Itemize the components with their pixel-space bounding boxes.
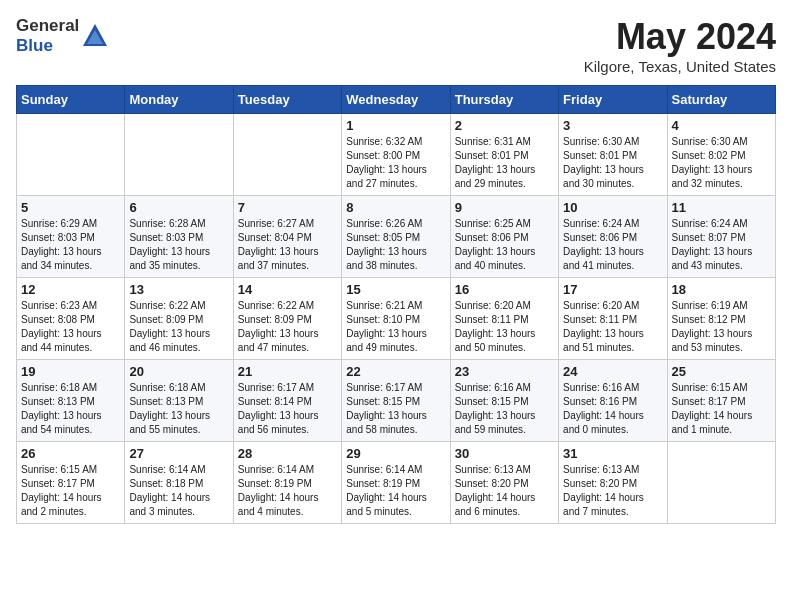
cell-content-line: Sunset: 8:12 PM xyxy=(672,313,771,327)
month-title: May 2024 xyxy=(584,16,776,58)
cell-content-line: Sunset: 8:06 PM xyxy=(455,231,554,245)
calendar-cell: 2Sunrise: 6:31 AMSunset: 8:01 PMDaylight… xyxy=(450,114,558,196)
cell-content-line: Sunrise: 6:20 AM xyxy=(563,299,662,313)
day-number: 7 xyxy=(238,200,337,215)
day-number: 26 xyxy=(21,446,120,461)
cell-content-line: and 1 minute. xyxy=(672,423,771,437)
cell-content-line: and 43 minutes. xyxy=(672,259,771,273)
cell-content-line: Sunrise: 6:20 AM xyxy=(455,299,554,313)
cell-content-line: Daylight: 13 hours xyxy=(563,327,662,341)
day-number: 21 xyxy=(238,364,337,379)
cell-content-line: and 53 minutes. xyxy=(672,341,771,355)
cell-content-line: Sunrise: 6:31 AM xyxy=(455,135,554,149)
cell-content-line: Sunset: 8:09 PM xyxy=(238,313,337,327)
calendar-cell: 18Sunrise: 6:19 AMSunset: 8:12 PMDayligh… xyxy=(667,278,775,360)
calendar-cell: 20Sunrise: 6:18 AMSunset: 8:13 PMDayligh… xyxy=(125,360,233,442)
calendar-cell xyxy=(667,442,775,524)
cell-content-line: Sunset: 8:04 PM xyxy=(238,231,337,245)
cell-content-line: Sunset: 8:09 PM xyxy=(129,313,228,327)
cell-content-line: and 55 minutes. xyxy=(129,423,228,437)
cell-content-line: Sunset: 8:01 PM xyxy=(455,149,554,163)
cell-content-line: Sunrise: 6:27 AM xyxy=(238,217,337,231)
cell-content-line: and 46 minutes. xyxy=(129,341,228,355)
day-number: 8 xyxy=(346,200,445,215)
cell-content-line: Sunset: 8:08 PM xyxy=(21,313,120,327)
cell-content-line: Daylight: 13 hours xyxy=(672,163,771,177)
cell-content-line: Sunset: 8:20 PM xyxy=(563,477,662,491)
cell-content-line: Sunrise: 6:13 AM xyxy=(455,463,554,477)
cell-content-line: Daylight: 14 hours xyxy=(563,409,662,423)
calendar-cell: 9Sunrise: 6:25 AMSunset: 8:06 PMDaylight… xyxy=(450,196,558,278)
cell-content-line: Daylight: 14 hours xyxy=(346,491,445,505)
cell-content-line: and 6 minutes. xyxy=(455,505,554,519)
calendar-cell: 16Sunrise: 6:20 AMSunset: 8:11 PMDayligh… xyxy=(450,278,558,360)
cell-content-line: Sunrise: 6:13 AM xyxy=(563,463,662,477)
calendar-cell: 11Sunrise: 6:24 AMSunset: 8:07 PMDayligh… xyxy=(667,196,775,278)
cell-content-line: and 56 minutes. xyxy=(238,423,337,437)
day-number: 2 xyxy=(455,118,554,133)
calendar-cell: 4Sunrise: 6:30 AMSunset: 8:02 PMDaylight… xyxy=(667,114,775,196)
title-block: May 2024 Kilgore, Texas, United States xyxy=(584,16,776,75)
cell-content-line: Daylight: 13 hours xyxy=(672,245,771,259)
calendar-cell: 3Sunrise: 6:30 AMSunset: 8:01 PMDaylight… xyxy=(559,114,667,196)
cell-content-line: Sunrise: 6:17 AM xyxy=(346,381,445,395)
calendar-cell: 24Sunrise: 6:16 AMSunset: 8:16 PMDayligh… xyxy=(559,360,667,442)
cell-content-line: Sunrise: 6:21 AM xyxy=(346,299,445,313)
cell-content-line: and 49 minutes. xyxy=(346,341,445,355)
cell-content-line: Sunset: 8:13 PM xyxy=(21,395,120,409)
calendar-cell: 30Sunrise: 6:13 AMSunset: 8:20 PMDayligh… xyxy=(450,442,558,524)
day-number: 11 xyxy=(672,200,771,215)
cell-content-line: Sunset: 8:01 PM xyxy=(563,149,662,163)
cell-content-line: Daylight: 14 hours xyxy=(455,491,554,505)
day-number: 29 xyxy=(346,446,445,461)
day-number: 6 xyxy=(129,200,228,215)
day-number: 28 xyxy=(238,446,337,461)
cell-content-line: and 30 minutes. xyxy=(563,177,662,191)
cell-content-line: Daylight: 13 hours xyxy=(346,409,445,423)
cell-content-line: and 59 minutes. xyxy=(455,423,554,437)
cell-content-line: Sunrise: 6:30 AM xyxy=(563,135,662,149)
cell-content-line: Sunset: 8:16 PM xyxy=(563,395,662,409)
cell-content-line: Sunset: 8:19 PM xyxy=(238,477,337,491)
day-number: 18 xyxy=(672,282,771,297)
cell-content-line: Sunset: 8:15 PM xyxy=(346,395,445,409)
weekday-header-wednesday: Wednesday xyxy=(342,86,450,114)
calendar-cell xyxy=(125,114,233,196)
weekday-header-sunday: Sunday xyxy=(17,86,125,114)
day-number: 30 xyxy=(455,446,554,461)
cell-content-line: and 54 minutes. xyxy=(21,423,120,437)
day-number: 19 xyxy=(21,364,120,379)
cell-content-line: and 40 minutes. xyxy=(455,259,554,273)
cell-content-line: Sunset: 8:02 PM xyxy=(672,149,771,163)
calendar-cell: 28Sunrise: 6:14 AMSunset: 8:19 PMDayligh… xyxy=(233,442,341,524)
calendar-cell: 1Sunrise: 6:32 AMSunset: 8:00 PMDaylight… xyxy=(342,114,450,196)
logo-general: General xyxy=(16,16,79,36)
day-number: 10 xyxy=(563,200,662,215)
weekday-header-friday: Friday xyxy=(559,86,667,114)
cell-content-line: Daylight: 13 hours xyxy=(455,409,554,423)
day-number: 15 xyxy=(346,282,445,297)
cell-content-line: Sunrise: 6:17 AM xyxy=(238,381,337,395)
cell-content-line: Sunset: 8:20 PM xyxy=(455,477,554,491)
calendar-cell: 6Sunrise: 6:28 AMSunset: 8:03 PMDaylight… xyxy=(125,196,233,278)
cell-content-line: Sunrise: 6:22 AM xyxy=(129,299,228,313)
cell-content-line: Daylight: 14 hours xyxy=(129,491,228,505)
calendar-cell xyxy=(17,114,125,196)
cell-content-line: Sunset: 8:15 PM xyxy=(455,395,554,409)
calendar-table: SundayMondayTuesdayWednesdayThursdayFrid… xyxy=(16,85,776,524)
day-number: 13 xyxy=(129,282,228,297)
day-number: 22 xyxy=(346,364,445,379)
cell-content-line: and 3 minutes. xyxy=(129,505,228,519)
cell-content-line: Sunrise: 6:14 AM xyxy=(346,463,445,477)
cell-content-line: Sunset: 8:03 PM xyxy=(129,231,228,245)
cell-content-line: and 34 minutes. xyxy=(21,259,120,273)
calendar-cell: 17Sunrise: 6:20 AMSunset: 8:11 PMDayligh… xyxy=(559,278,667,360)
cell-content-line: Sunrise: 6:32 AM xyxy=(346,135,445,149)
cell-content-line: Sunset: 8:13 PM xyxy=(129,395,228,409)
cell-content-line: Daylight: 14 hours xyxy=(563,491,662,505)
calendar-cell: 12Sunrise: 6:23 AMSunset: 8:08 PMDayligh… xyxy=(17,278,125,360)
calendar-cell: 21Sunrise: 6:17 AMSunset: 8:14 PMDayligh… xyxy=(233,360,341,442)
cell-content-line: Daylight: 13 hours xyxy=(672,327,771,341)
cell-content-line: Daylight: 13 hours xyxy=(238,409,337,423)
cell-content-line: and 0 minutes. xyxy=(563,423,662,437)
